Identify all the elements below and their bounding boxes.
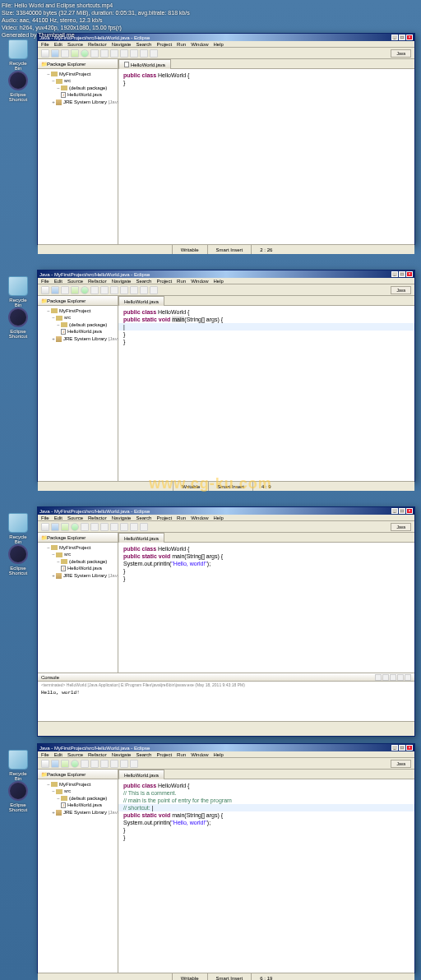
forward-button[interactable] [130,760,138,768]
run-button[interactable] [71,523,79,531]
menu-search[interactable]: Search [136,752,151,757]
close-button[interactable]: × [406,271,413,277]
package-tree[interactable]: −MyFirstProject −src −(default package) … [38,306,118,481]
menu-refactor[interactable]: Refactor [88,42,107,47]
menu-edit[interactable]: Edit [54,279,62,284]
tree-jre[interactable]: +JRE System Library [JavaSE-1.6] [39,809,116,816]
menu-source[interactable]: Source [67,515,83,520]
close-button[interactable]: × [406,35,413,40]
t9[interactable] [120,523,128,531]
tree-package[interactable]: −(default package) [39,795,116,802]
t5[interactable] [81,760,89,768]
run-button[interactable] [71,760,79,768]
back-button[interactable] [130,523,138,531]
editor-content[interactable]: public class HelloWorld { // This is a c… [118,779,414,973]
menu-edit[interactable]: Edit [54,752,62,757]
recycle-bin-icon[interactable]: Recycle Bin [7,750,30,781]
tree-jre[interactable]: +JRE System Library [JavaSE-1.6] [39,335,116,343]
new-button[interactable] [41,286,49,294]
menu-help[interactable]: Help [213,752,223,757]
package-explorer-header[interactable]: 📁 Package Explorer [38,533,118,543]
t6[interactable] [90,286,99,294]
t7[interactable] [100,523,109,531]
console-lock-icon[interactable] [382,674,389,681]
tree-jre[interactable]: +JRE System Library [JavaSE-1.6] [39,572,116,580]
maximize-button[interactable]: □ [399,745,405,751]
menu-help[interactable]: Help [213,515,223,520]
debug-button[interactable] [71,49,79,58]
menu-navigate[interactable]: Navigate [112,42,132,47]
tree-project[interactable]: −MyFirstProject [39,71,116,77]
t10[interactable] [130,286,138,294]
new-button[interactable] [41,49,49,58]
menu-search[interactable]: Search [136,42,151,47]
menu-project[interactable]: Project [156,515,172,520]
menu-navigate[interactable]: Navigate [112,752,132,757]
menu-source[interactable]: Source [67,279,83,284]
package-tree[interactable]: −MyFirstProject −src −(default package) … [38,69,118,244]
console-header[interactable]: Console [38,673,414,682]
tree-src[interactable]: −src [39,551,116,557]
menu-file[interactable]: File [41,752,49,757]
menu-run[interactable]: Run [177,42,186,47]
t8[interactable] [110,760,118,768]
editor-tab-hello[interactable]: HelloWorld.java [118,770,164,779]
minimize-button[interactable]: _ [391,271,398,277]
t9[interactable] [120,286,128,294]
eclipse-shortcut-icon[interactable]: Eclipse Shortcut [7,71,30,102]
print-button[interactable] [61,49,69,58]
java-perspective[interactable]: Java [391,760,411,768]
menu-file[interactable]: File [41,42,49,47]
t6[interactable] [90,760,99,768]
package-explorer-header[interactable]: 📁 Package Explorer [38,59,118,69]
t8[interactable] [110,523,118,531]
menu-project[interactable]: Project [156,279,172,284]
t8[interactable] [110,286,118,294]
save-button[interactable] [51,49,59,58]
menu-search[interactable]: Search [136,279,151,284]
menu-window[interactable]: Window [191,42,208,47]
editor-tab-hello[interactable]: HelloWorld.java [118,296,164,306]
console-display-icon[interactable] [397,674,404,681]
menu-search[interactable]: Search [136,515,151,520]
menu-edit[interactable]: Edit [54,515,62,520]
console-pin-icon[interactable] [390,674,396,681]
menu-project[interactable]: Project [156,752,172,757]
save-button[interactable] [51,286,59,294]
new-class-button[interactable] [100,49,109,58]
java-perspective[interactable]: Java [391,286,411,294]
menu-refactor[interactable]: Refactor [88,515,107,520]
menu-refactor[interactable]: Refactor [88,279,107,284]
close-button[interactable]: × [406,745,413,751]
new-button[interactable] [41,523,49,531]
recycle-bin-icon[interactable]: Recycle Bin [7,513,30,544]
recycle-bin-icon[interactable]: Recycle Bin [7,39,30,71]
back-button[interactable] [120,760,128,768]
package-tree[interactable]: −MyFirstProject −src −(default package) … [38,779,118,973]
package-explorer-header[interactable]: 📁 Package Explorer [38,770,118,779]
menu-file[interactable]: File [41,279,49,284]
forward-button[interactable] [150,286,158,294]
run-button[interactable] [81,286,89,294]
back-button[interactable] [140,286,148,294]
menu-run[interactable]: Run [177,279,186,284]
back-button[interactable] [140,49,148,58]
java-perspective[interactable]: Java [391,523,411,531]
t6[interactable] [90,523,99,531]
eclipse-shortcut-icon[interactable]: Eclipse Shortcut [7,307,30,339]
eclipse-shortcut-icon[interactable]: Eclipse Shortcut [7,544,30,576]
close-button[interactable]: × [406,508,413,514]
titlebar[interactable]: Java - MyFirstProject/src/HelloWorld.jav… [38,507,414,515]
tree-file[interactable]: HelloWorld.java [39,565,116,572]
editor-content[interactable]: public class HelloWorld { public static … [118,543,414,673]
tree-src[interactable]: −src [39,788,116,794]
tree-project[interactable]: −MyFirstProject [39,544,116,551]
recycle-bin-icon[interactable]: Recycle Bin [7,276,30,307]
run-button[interactable] [81,49,89,58]
titlebar[interactable]: Java - MyFirstProject/src/HelloWorld.jav… [38,270,414,278]
maximize-button[interactable]: □ [399,508,405,514]
maximize-button[interactable]: □ [399,271,405,277]
menu-edit[interactable]: Edit [54,42,62,47]
console-output[interactable]: Hello, world! [38,688,414,721]
menu-navigate[interactable]: Navigate [112,515,132,520]
